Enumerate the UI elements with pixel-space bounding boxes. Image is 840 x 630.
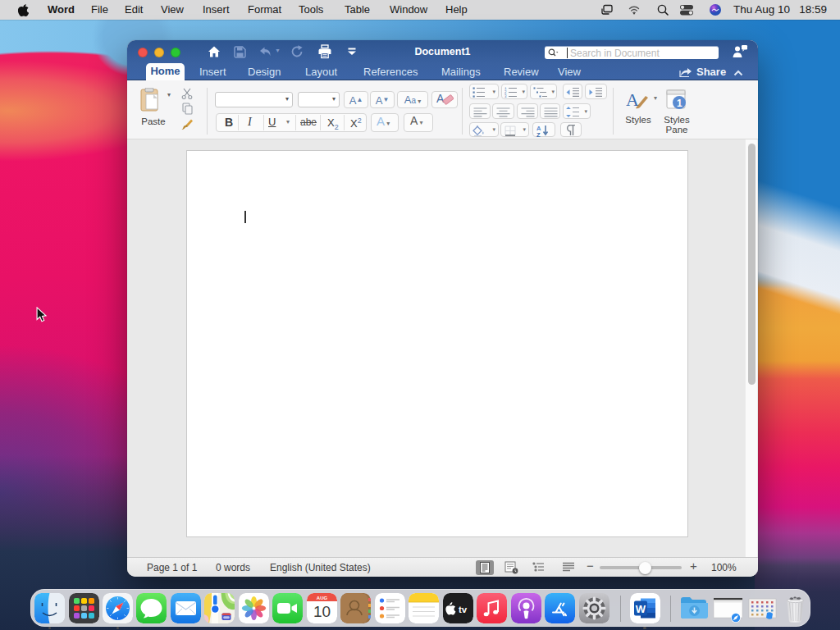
svg-text:Z: Z <box>536 130 541 137</box>
svg-text:3: 3 <box>504 94 507 98</box>
svg-text:AUG: AUG <box>317 596 328 600</box>
svg-text:W: W <box>635 603 646 615</box>
svg-text:1: 1 <box>677 98 682 109</box>
svg-text:10: 10 <box>313 603 331 620</box>
svg-text:tv: tv <box>459 605 468 614</box>
